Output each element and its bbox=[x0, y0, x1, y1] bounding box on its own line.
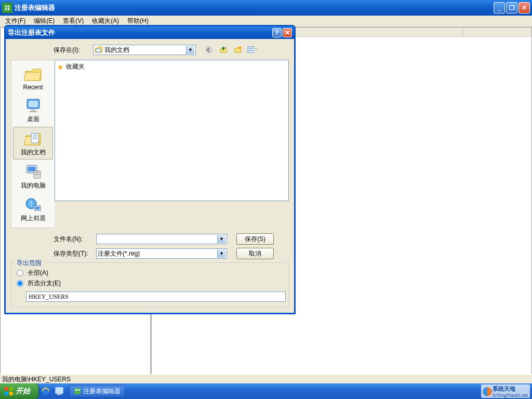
svg-rect-2 bbox=[8, 6, 9, 7]
group-legend: 导出范围 bbox=[15, 259, 44, 268]
dialog-close-button[interactable]: ✕ bbox=[283, 28, 292, 37]
view-menu-icon[interactable] bbox=[247, 44, 258, 56]
svg-rect-3 bbox=[5, 8, 7, 10]
regedit-task-icon bbox=[74, 388, 81, 395]
svg-rect-9 bbox=[249, 47, 250, 49]
svg-rect-35 bbox=[78, 389, 79, 391]
up-one-level-icon[interactable] bbox=[218, 44, 229, 56]
place-desktop-label: 桌面 bbox=[27, 115, 39, 124]
chevron-down-icon[interactable]: ▼ bbox=[217, 235, 225, 243]
dialog-title-text: 导出注册表文件 bbox=[8, 28, 55, 37]
mydocs-icon bbox=[24, 130, 43, 147]
regedit-icon bbox=[2, 3, 12, 13]
svg-rect-28 bbox=[5, 392, 8, 395]
place-recent[interactable]: Recent bbox=[13, 63, 53, 93]
desktop-icon bbox=[24, 97, 43, 114]
svg-rect-22 bbox=[35, 174, 39, 175]
windows-logo-icon bbox=[4, 387, 14, 396]
watermark-logo-icon bbox=[482, 387, 493, 397]
save-button[interactable]: 保存(S) bbox=[236, 233, 274, 245]
start-button[interactable]: 开始 bbox=[0, 383, 39, 399]
filetype-label: 保存类型(T): bbox=[54, 249, 91, 258]
svg-rect-17 bbox=[31, 134, 38, 143]
back-icon[interactable] bbox=[203, 44, 215, 56]
file-item-label: 收藏夹 bbox=[66, 62, 85, 71]
radio-all[interactable]: 全部(A) bbox=[17, 269, 283, 277]
svg-rect-15 bbox=[31, 109, 35, 111]
svg-rect-16 bbox=[29, 111, 37, 112]
folder-recent-icon bbox=[24, 66, 43, 83]
close-button[interactable]: ✕ bbox=[518, 2, 530, 14]
place-recent-label: Recent bbox=[23, 84, 43, 91]
radio-all-label: 全部(A) bbox=[28, 269, 48, 277]
svg-rect-31 bbox=[56, 388, 63, 393]
show-desktop-icon[interactable] bbox=[54, 385, 65, 397]
filetype-combo[interactable]: 注册文件(*.reg) ▼ bbox=[96, 248, 227, 259]
radio-selected-label: 所选分支(E) bbox=[28, 279, 61, 288]
status-bar: 我的电脑\HKEY_USERS bbox=[0, 374, 532, 383]
chevron-down-icon[interactable]: ▼ bbox=[217, 249, 225, 258]
filetype-value: 注册文件(*.reg) bbox=[98, 249, 140, 258]
filename-label: 文件名(N): bbox=[54, 235, 91, 244]
svg-rect-14 bbox=[29, 101, 38, 107]
place-mydocs-label: 我的文档 bbox=[21, 148, 46, 157]
svg-rect-29 bbox=[9, 392, 13, 395]
file-list-area[interactable]: ★ 收藏夹 bbox=[55, 60, 289, 201]
svg-rect-11 bbox=[249, 50, 250, 51]
place-network-label: 网上邻居 bbox=[21, 214, 46, 223]
svg-rect-21 bbox=[35, 172, 39, 173]
export-range-group: 导出范围 全部(A) 所选分支(E) bbox=[11, 262, 289, 308]
svg-rect-10 bbox=[251, 47, 252, 49]
watermark-line1: 系统天地 bbox=[493, 385, 528, 393]
task-label: 注册表编辑器 bbox=[83, 387, 121, 396]
svg-rect-26 bbox=[5, 387, 8, 391]
place-desktop[interactable]: 桌面 bbox=[13, 94, 53, 126]
new-folder-icon[interactable] bbox=[232, 44, 244, 56]
export-dialog: 导出注册表文件 ? ✕ 保存在(I): 我的文档 ▼ bbox=[4, 25, 296, 314]
taskbar: 开始 注册表编辑器 bbox=[0, 383, 532, 399]
minimize-button[interactable]: _ bbox=[494, 2, 505, 14]
dialog-titlebar: 导出注册表文件 ? ✕ bbox=[6, 26, 294, 39]
restore-button[interactable]: ❐ bbox=[506, 2, 517, 14]
radio-selected-input[interactable] bbox=[17, 280, 23, 287]
svg-rect-34 bbox=[75, 389, 77, 391]
main-titlebar: 注册表编辑器 _ ❐ ✕ bbox=[0, 0, 532, 16]
place-mycomputer-label: 我的电脑 bbox=[21, 181, 46, 190]
dialog-help-button[interactable]: ? bbox=[272, 28, 282, 37]
places-bar: Recent 桌面 我的文档 bbox=[11, 60, 55, 228]
place-mydocs[interactable]: 我的文档 bbox=[13, 127, 53, 159]
watermark-line2: XiTongTianDi.net bbox=[493, 393, 528, 398]
ie-icon[interactable] bbox=[40, 385, 51, 397]
window-title: 注册表编辑器 bbox=[15, 3, 55, 12]
task-regedit[interactable]: 注册表编辑器 bbox=[69, 385, 125, 397]
watermark: 系统天地 XiTongTianDi.net bbox=[481, 384, 530, 398]
svg-rect-27 bbox=[9, 387, 13, 391]
svg-rect-8 bbox=[248, 47, 254, 53]
svg-rect-5 bbox=[96, 49, 101, 52]
svg-rect-25 bbox=[35, 207, 39, 209]
svg-rect-12 bbox=[251, 50, 252, 51]
svg-point-6 bbox=[205, 46, 212, 54]
chevron-down-icon[interactable]: ▼ bbox=[186, 46, 194, 54]
svg-rect-32 bbox=[57, 394, 61, 395]
list-item[interactable]: ★ 收藏夹 bbox=[57, 62, 286, 71]
place-network[interactable]: 网上邻居 bbox=[13, 193, 53, 225]
radio-selected-branch[interactable]: 所选分支(E) bbox=[17, 279, 283, 288]
svg-rect-4 bbox=[8, 8, 9, 10]
network-icon bbox=[24, 196, 43, 213]
branch-path-input[interactable] bbox=[26, 291, 286, 302]
save-in-combo[interactable]: 我的文档 ▼ bbox=[93, 45, 196, 55]
mycomputer-icon bbox=[24, 164, 43, 180]
favorites-star-icon: ★ bbox=[57, 63, 64, 71]
cancel-button[interactable]: 取消 bbox=[236, 248, 274, 259]
svg-rect-0 bbox=[4, 5, 10, 11]
save-in-label: 保存在(I): bbox=[54, 46, 90, 55]
status-path: 我的电脑\HKEY_USERS bbox=[2, 376, 71, 383]
save-in-value: 我的文档 bbox=[104, 46, 129, 55]
filename-input[interactable]: ▼ bbox=[96, 234, 227, 244]
start-label: 开始 bbox=[16, 387, 30, 396]
place-mycomputer[interactable]: 我的电脑 bbox=[13, 161, 53, 192]
radio-all-input[interactable] bbox=[17, 270, 23, 276]
svg-rect-1 bbox=[5, 6, 7, 7]
folder-icon bbox=[95, 46, 103, 54]
